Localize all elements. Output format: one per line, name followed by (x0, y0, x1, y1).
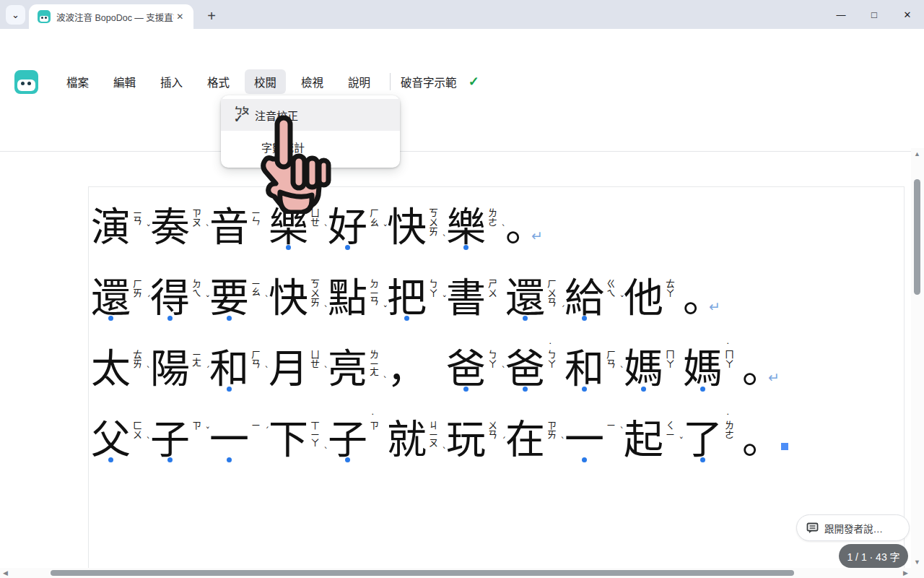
han-character: 子 (150, 416, 190, 462)
zhuyin-annotation: ㄨㄢˊ (487, 420, 501, 465)
syllable: 把ㄅㄚˇ (387, 275, 446, 329)
bopodoc-favicon (38, 10, 51, 23)
polyphone-dot (463, 245, 468, 250)
menu-view[interactable]: 檢視 (292, 69, 333, 94)
syllable: 子ㄗˇ (150, 417, 209, 470)
zhuyin-annotation: ㄒㄧㄚˋ (309, 420, 323, 465)
syllable: 演ㄧㄢˇ (91, 204, 150, 258)
menu-format[interactable]: 格式 (198, 69, 239, 94)
syllable: 爸ㄅㄚ˙ (505, 346, 565, 400)
han-character: 。 (683, 275, 723, 321)
polyphone-dot (108, 457, 113, 462)
zhuyin-annotation: ㄏㄠˇ (368, 208, 383, 253)
polyphone-dot (167, 316, 173, 321)
minimize-button[interactable]: — (824, 0, 858, 29)
polyphone-dot (582, 316, 587, 321)
syllable: 快ㄎㄨㄞˋ (387, 204, 446, 258)
zhuyin-annotation: ㄐㄧㄡˋ (427, 420, 442, 465)
han-character: 樂 (446, 204, 486, 250)
han-character: 演 (91, 204, 131, 250)
scroll-up-icon[interactable]: ▲ (914, 150, 920, 158)
scroll-down-icon[interactable]: ▼ (914, 558, 920, 566)
menu-review[interactable]: 校閱 (245, 69, 286, 94)
han-character: 父 (91, 416, 131, 462)
polyphone-dot (286, 245, 291, 250)
han-character: 要 (209, 275, 249, 321)
new-tab-button[interactable]: + (202, 7, 221, 25)
polyphone-dot (582, 457, 587, 462)
zhuyin-annotation: ㄎㄨㄞˋ (427, 208, 442, 253)
zhuyin-annotation: ㄉㄧㄢˇ (368, 279, 383, 324)
han-character: 給 (565, 275, 604, 321)
polyphone-dot (167, 457, 173, 462)
zhuyin-annotation: ㄈㄨˋ (131, 420, 146, 465)
han-character: 得 (150, 275, 190, 321)
zhuyin-annotation: ㄗ˙ (368, 420, 383, 465)
zhuyin-annotation: ㄧˊ (250, 420, 264, 465)
syllable: 快ㄎㄨㄞˋ (269, 275, 328, 329)
horizontal-scroll-thumb[interactable] (51, 570, 794, 576)
syllable: 媽ㄇㄚ (624, 346, 683, 400)
syllable: 給ㄍㄟˇ (565, 275, 624, 329)
han-character: 還 (505, 275, 545, 321)
han-character: 快 (387, 204, 427, 250)
syllable: 亮ㄌㄧㄤˋ (328, 346, 387, 400)
syllable: 太ㄊㄞˋ (91, 346, 150, 400)
zhuyin-correction-icon: ㄅㄆ✓ (234, 107, 248, 124)
tab-close-icon[interactable]: ✕ (174, 10, 186, 23)
document-area[interactable]: 演ㄧㄢˇ奏ㄗㄡˋ音ㄧㄣ樂ㄩㄝˋ好ㄏㄠˇ快ㄎㄨㄞˋ樂ㄌㄜˋ。↵還ㄏㄞˊ得ㄉㄟˇ要ㄧ… (0, 152, 911, 568)
menu-help[interactable]: 說明 (339, 69, 380, 94)
saved-check-icon: ✓ (468, 74, 479, 90)
menu-items: 檔案 編輯 插入 格式 校閱 檢視 說明 (57, 69, 385, 94)
polyphone-dot (641, 387, 646, 392)
han-character: 陽 (150, 345, 190, 392)
han-character: 一 (209, 416, 249, 462)
zhuyin-annotation: ㄧㄣ (250, 208, 264, 253)
zhuyin-annotation: ㄊㄞˋ (131, 350, 146, 394)
feedback-button[interactable]: 跟開發者說… (796, 514, 910, 541)
zhuyin-annotation: ㄩㄝˋ (309, 350, 323, 394)
tab-title: 波波注音 BopoDoc — 支援直書 (56, 10, 174, 24)
syllable: 一ㄧˋ (565, 417, 624, 470)
vertical-scroll-thumb[interactable] (914, 179, 920, 295)
browser-tab[interactable]: 波波注音 BopoDoc — 支援直書 ✕ (29, 4, 193, 29)
syllable: 了ㄌㄜ˙ (683, 417, 742, 470)
vertical-scrollbar[interactable]: ▲ ▼ (911, 148, 924, 568)
document-page[interactable]: 演ㄧㄢˇ奏ㄗㄡˋ音ㄧㄣ樂ㄩㄝˋ好ㄏㄠˇ快ㄎㄨㄞˋ樂ㄌㄜˋ。↵還ㄏㄞˊ得ㄉㄟˇ要ㄧ… (88, 186, 905, 568)
scroll-left-icon[interactable]: ◀ (3, 569, 8, 577)
polyphone-dot (227, 316, 232, 321)
han-character: 快 (269, 275, 308, 321)
close-button[interactable]: ✕ (891, 0, 924, 29)
maximize-button[interactable]: □ (858, 0, 891, 29)
feedback-label: 跟開發者說… (824, 521, 883, 535)
menu-edit[interactable]: 編輯 (104, 69, 145, 94)
document-title[interactable]: 破音字示範 (401, 74, 457, 90)
word-count-badge: 1 / 1 · 43 字 (839, 544, 908, 568)
tab-search-button[interactable]: ⌄ (6, 5, 25, 25)
polyphone-dot (523, 387, 528, 392)
zhuyin-annotation: ㄑㄧˇ (664, 420, 679, 465)
zhuyin-annotation: ㄧㄤˊ (191, 350, 205, 394)
text-line: 演ㄧㄢˇ奏ㄗㄡˋ音ㄧㄣ樂ㄩㄝˋ好ㄏㄠˇ快ㄎㄨㄞˋ樂ㄌㄜˋ。↵ (91, 204, 788, 275)
syllable: 好ㄏㄠˇ (328, 204, 387, 258)
han-character: 。 (742, 416, 782, 462)
zhuyin-annotation: ㄊㄚ (664, 279, 679, 324)
horizontal-scrollbar[interactable]: ◀ ▶ (0, 568, 924, 578)
syllable: 子ㄗ˙ (328, 417, 387, 470)
tone-mark: ˙ (370, 413, 375, 423)
bopodoc-logo[interactable] (14, 70, 38, 94)
syllable: 和ㄏㄢˋ (209, 346, 269, 400)
menu-insert[interactable]: 插入 (151, 69, 192, 94)
syllable: 書ㄕㄨ (446, 275, 505, 329)
syllable: 。 (505, 204, 565, 258)
han-character: 。 (505, 204, 545, 250)
zhuyin-annotation: ㄗㄞˋ (546, 420, 560, 465)
zhuyin-annotation: ㄌㄧㄤˋ (368, 350, 383, 394)
tab-strip: ⌄ 波波注音 BopoDoc — 支援直書 ✕ + — □ ✕ (0, 0, 924, 29)
zhuyin-annotation: ㄏㄢˋ (250, 350, 264, 394)
menu-file[interactable]: 檔案 (57, 69, 98, 94)
scroll-right-icon[interactable]: ▶ (903, 569, 908, 577)
zhuyin-annotation: ㄗㄡˋ (191, 208, 205, 253)
pointing-hand-cursor (248, 114, 334, 214)
han-character: 亮 (328, 345, 367, 392)
